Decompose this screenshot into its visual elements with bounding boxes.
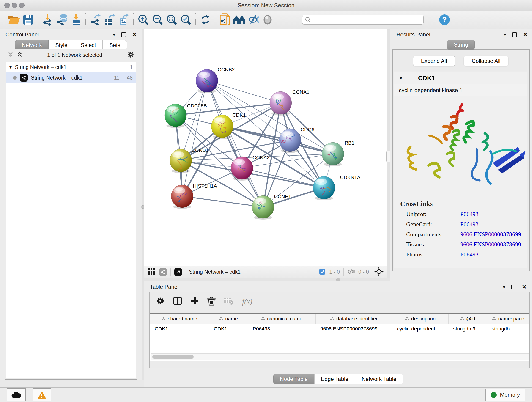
- selected-checkbox-icon[interactable]: [319, 268, 326, 276]
- control-panel-close-icon[interactable]: ✕: [132, 32, 137, 37]
- network-thumbnail-icon[interactable]: [159, 268, 167, 276]
- export-image-icon[interactable]: [117, 13, 131, 27]
- zoom-in-icon[interactable]: [136, 13, 151, 27]
- string-network-graph[interactable]: CCNB2CCNA1CDC25BCDK1CDC6RB1CCNB1CCNA2CDK…: [144, 29, 387, 266]
- collapse-all-networks-icon[interactable]: [7, 51, 13, 58]
- collapse-all-button[interactable]: Collapse All: [464, 56, 508, 66]
- column-header-database-identifier[interactable]: database identifier: [316, 314, 393, 324]
- detach-view-icon[interactable]: [174, 268, 182, 276]
- table-cell[interactable]: CDK1: [150, 324, 209, 334]
- zoom-fit-icon[interactable]: [165, 13, 179, 27]
- results-panel-close-icon[interactable]: ✕: [523, 32, 527, 37]
- splitter-grip[interactable]: [336, 278, 340, 282]
- table-cell[interactable]: CDK1: [209, 324, 248, 334]
- gene-card: ▾ CDK1 cyclin-dependent kinase 1: [394, 72, 527, 268]
- gene-expander-icon[interactable]: ▾: [400, 76, 402, 80]
- zoom-out-icon[interactable]: [151, 13, 165, 27]
- table-cell[interactable]: cyclin-dependent ...: [393, 324, 449, 334]
- copy-style-icon[interactable]: [218, 13, 232, 27]
- export-table-icon[interactable]: [103, 13, 117, 27]
- network-canvas[interactable]: CCNB2CCNA1CDC25BCDK1CDC6RB1CCNB1CCNA2CDK…: [144, 29, 387, 266]
- crosslink-link[interactable]: P06493: [460, 221, 478, 228]
- help-icon[interactable]: ?: [437, 13, 452, 27]
- control-panel-float-icon[interactable]: [121, 32, 126, 37]
- network-node-HIST1H1A[interactable]: HIST1H1A: [171, 183, 217, 209]
- table-panel-float-icon[interactable]: [511, 285, 516, 289]
- table-options-gear-icon[interactable]: [156, 297, 165, 306]
- main-toolbar: ?: [0, 11, 532, 29]
- crosslink-link[interactable]: P06493: [460, 211, 478, 218]
- control-panel-menu-icon[interactable]: ▾: [113, 32, 115, 37]
- minimize-window-icon[interactable]: [12, 2, 17, 8]
- tab-select[interactable]: Select: [74, 40, 103, 50]
- save-session-icon[interactable]: [21, 13, 35, 27]
- create-column-icon[interactable]: [190, 297, 199, 306]
- crosslink-row: Tissues:9606.ENSP00000378699: [406, 241, 521, 248]
- expand-all-networks-icon[interactable]: [17, 51, 23, 58]
- tab-edge-table[interactable]: Edge Table: [314, 374, 355, 384]
- close-window-icon[interactable]: [4, 2, 10, 8]
- network-node-CCNE1[interactable]: CCNE1: [252, 194, 291, 220]
- column-header-description[interactable]: description: [393, 314, 449, 324]
- warnings-button[interactable]: [32, 389, 51, 401]
- zoom-selected-icon[interactable]: [179, 13, 193, 27]
- tab-sets[interactable]: Sets: [103, 40, 127, 50]
- tab-string[interactable]: String: [447, 40, 475, 50]
- network-node-CDC25B[interactable]: CDC25B: [165, 103, 207, 128]
- network-edge-count: 48: [127, 75, 133, 81]
- table-horizontal-scrollbar[interactable]: [151, 353, 529, 360]
- string-home-icon[interactable]: [232, 13, 246, 27]
- open-session-icon[interactable]: [7, 13, 21, 27]
- memory-label: Memory: [500, 392, 520, 398]
- table-panel-close-icon[interactable]: ✕: [522, 284, 526, 290]
- crosslink-link[interactable]: 9606.ENSP00000378699: [460, 231, 521, 238]
- table-cell[interactable]: 9606.ENSP00000378699: [316, 324, 393, 334]
- apply-layout-icon[interactable]: [198, 13, 213, 27]
- column-header-name[interactable]: name: [209, 314, 248, 324]
- column-header-shared-name[interactable]: shared name: [150, 314, 209, 324]
- vertical-splitter-left[interactable]: [142, 29, 144, 380]
- import-network-from-database-icon[interactable]: [55, 13, 69, 27]
- footer-separator: [171, 268, 171, 276]
- tab-node-table[interactable]: Node Table: [273, 374, 314, 384]
- import-table-icon[interactable]: [69, 13, 83, 27]
- results-panel-menu-icon[interactable]: ▾: [504, 32, 506, 37]
- table-cell[interactable]: P06493: [248, 324, 316, 334]
- network-options-gear-icon[interactable]: [127, 51, 134, 59]
- results-panel-float-icon[interactable]: [512, 32, 517, 37]
- column-header-canonical-name[interactable]: canonical name: [248, 314, 316, 324]
- table-panel-menu-icon[interactable]: ▾: [503, 285, 505, 289]
- tab-network-table[interactable]: Network Table: [355, 374, 403, 384]
- expand-all-button[interactable]: Expand All: [413, 56, 455, 66]
- table-cell[interactable]: stringdb:9...: [449, 324, 487, 334]
- network-row-selected[interactable]: String Network – cdk1 11 48: [6, 72, 136, 83]
- network-collection-row[interactable]: ▾ String Network – cdk1 1: [6, 62, 136, 72]
- network-node-CCNB2[interactable]: CCNB2: [196, 67, 235, 93]
- table-cell[interactable]: stringdb: [487, 324, 530, 334]
- grid-view-icon[interactable]: [147, 268, 155, 276]
- column-header-namespace[interactable]: namespace: [487, 314, 530, 324]
- birds-eye-toggle-icon[interactable]: [374, 267, 384, 277]
- hide-glass-icon[interactable]: [246, 13, 260, 27]
- scrollbar-thumb[interactable]: [152, 355, 194, 359]
- tab-network[interactable]: Network: [15, 40, 49, 50]
- network-node-CDKN1A[interactable]: CDKN1A: [313, 174, 361, 200]
- show-glass-icon[interactable]: [260, 13, 275, 27]
- crosslink-link[interactable]: P06493: [460, 251, 478, 258]
- delete-column-icon[interactable]: [207, 296, 215, 306]
- show-columns-icon[interactable]: [173, 296, 182, 306]
- tab-style[interactable]: Style: [49, 40, 74, 50]
- crosslink-link[interactable]: 9606.ENSP00000378699: [460, 241, 521, 248]
- cloud-status-button[interactable]: [7, 389, 26, 401]
- collection-expander-icon[interactable]: ▾: [9, 65, 12, 70]
- search-input[interactable]: [302, 15, 424, 25]
- memory-button[interactable]: Memory: [486, 389, 525, 401]
- hidden-eye-icon[interactable]: [347, 268, 355, 276]
- maximize-window-icon[interactable]: [19, 2, 25, 8]
- results-panel: Results Panel ▾ ✕ String Expand All Coll…: [390, 29, 532, 281]
- column-header-@id[interactable]: @id: [449, 314, 487, 324]
- import-network-icon[interactable]: [41, 13, 55, 27]
- network-node-RB1[interactable]: RB1: [322, 140, 355, 166]
- export-network-icon[interactable]: [89, 13, 103, 27]
- table-row[interactable]: CDK1CDK1P064939606.ENSP00000378699cyclin…: [150, 324, 529, 334]
